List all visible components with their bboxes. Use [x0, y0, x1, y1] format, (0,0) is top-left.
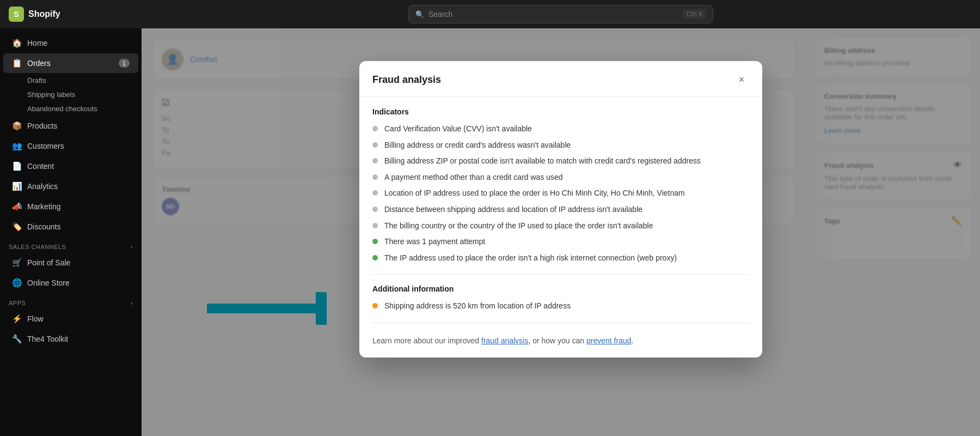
indicator-text-0: Card Verification Value (CVV) isn't avai…: [384, 124, 532, 135]
indicator-text-2: Billing address ZIP or postal code isn't…: [384, 156, 701, 167]
shopify-logo[interactable]: S Shopify: [9, 7, 60, 22]
sidebar-item-customers[interactable]: 👥 Customers: [3, 136, 138, 156]
sidebar-item-marketing-label: Marketing: [27, 202, 60, 211]
sidebar-item-customers-label: Customers: [27, 142, 64, 150]
sidebar-item-analytics-label: Analytics: [27, 182, 58, 191]
additional-info-section: Additional information Shipping address …: [372, 284, 749, 312]
indicator-2: Billing address ZIP or postal code isn't…: [372, 156, 749, 167]
prevent-fraud-link[interactable]: prevent fraud: [586, 336, 632, 345]
modal-close-button[interactable]: ×: [734, 72, 749, 87]
sidebar-item-drafts[interactable]: Drafts: [3, 74, 138, 87]
indicator-dot-2: [372, 158, 378, 164]
modal-header: Fraud analysis ×: [359, 61, 762, 96]
additional-text-0: Shipping address is 520 km from location…: [384, 301, 571, 312]
learn-more-suffix: .: [632, 336, 634, 345]
indicator-dot-4: [372, 190, 378, 196]
content-icon: 📄: [12, 161, 22, 171]
products-icon: 📦: [12, 121, 22, 131]
sidebar-item-shipping-labels[interactable]: Shipping labels: [3, 88, 138, 101]
sidebar-item-orders[interactable]: 📋 Orders 1: [3, 53, 138, 73]
sidebar-item-online-store-label: Online Store: [27, 278, 70, 287]
main-area: 🔍 Search Ctrl K 👤 Comfort ☑ Su Ta: [142, 0, 980, 436]
customers-icon: 👥: [12, 141, 22, 151]
sales-channels-expand-icon[interactable]: ›: [131, 244, 133, 250]
discounts-icon: 🏷️: [12, 222, 22, 232]
search-shortcut: Ctrl K: [683, 9, 706, 19]
sidebar-item-the4-toolkit[interactable]: 🔧 The4 Toolkit: [3, 329, 138, 349]
apps-expand-icon[interactable]: ›: [131, 300, 133, 306]
sidebar-item-analytics[interactable]: 📊 Analytics: [3, 177, 138, 196]
indicator-dot-7: [372, 239, 378, 244]
pos-icon: 🛒: [12, 258, 22, 268]
sidebar-item-orders-label: Orders: [27, 59, 51, 68]
learn-more-prefix: Learn more about our improved: [372, 336, 481, 345]
apps-section: Apps ›: [0, 293, 142, 308]
orders-icon: 📋: [12, 58, 22, 68]
orders-badge: 1: [119, 59, 130, 68]
indicator-text-4: Location of IP address used to place the…: [384, 188, 685, 199]
indicator-dot-6: [372, 223, 378, 228]
section-divider: [372, 274, 749, 275]
learn-more-mid: , or how you can: [528, 336, 586, 345]
indicator-6: The billing country or the country of th…: [372, 221, 749, 232]
sidebar-nav: 🏠 Home 📋 Orders 1 Drafts Shipping labels…: [0, 28, 142, 436]
sidebar-item-abandoned-checkouts[interactable]: Abandoned checkouts: [3, 102, 138, 116]
marketing-icon: 📣: [12, 202, 22, 211]
indicator-dot-8: [372, 255, 378, 261]
sidebar-item-flow[interactable]: ⚡ Flow: [3, 309, 138, 329]
content-area: 👤 Comfort ☑ Su Ta To Pa Timeline: [142, 28, 980, 436]
modal-title: Fraud analysis: [372, 74, 441, 86]
toolkit-icon: 🔧: [12, 334, 22, 344]
sidebar-item-flow-label: Flow: [27, 314, 44, 323]
indicator-text-8: The IP address used to place the order i…: [384, 253, 677, 264]
indicator-1: Billing address or credit card's address…: [372, 140, 749, 151]
modal-body: Indicators Card Verification Value (CVV)…: [359, 96, 762, 358]
sidebar-item-point-of-sale[interactable]: 🛒 Point of Sale: [3, 253, 138, 272]
indicator-3: A payment method other than a credit car…: [372, 172, 749, 183]
analytics-icon: 📊: [12, 181, 22, 191]
sidebar-item-online-store[interactable]: 🌐 Online Store: [3, 273, 138, 293]
indicator-7: There was 1 payment attempt: [372, 237, 749, 247]
sidebar-item-pos-label: Point of Sale: [27, 258, 70, 267]
sidebar-item-products-label: Products: [27, 122, 57, 130]
online-store-icon: 🌐: [12, 278, 22, 288]
sidebar-item-products[interactable]: 📦 Products: [3, 116, 138, 136]
indicator-dot-0: [372, 126, 378, 131]
search-placeholder: Search: [428, 10, 452, 19]
sidebar-item-toolkit-label: The4 Toolkit: [27, 335, 68, 343]
indicator-dot-3: [372, 174, 378, 180]
search-bar[interactable]: 🔍 Search Ctrl K: [408, 5, 713, 23]
indicators-list: Card Verification Value (CVV) isn't avai…: [372, 124, 749, 263]
indicator-dot-1: [372, 142, 378, 148]
additional-section-title: Additional information: [372, 284, 749, 293]
additional-item-0: Shipping address is 520 km from location…: [372, 301, 749, 312]
indicator-text-3: A payment method other than a credit car…: [384, 172, 563, 183]
sidebar-item-content-label: Content: [27, 162, 54, 171]
shopify-bag-icon: S: [9, 7, 24, 22]
indicator-dot-5: [372, 207, 378, 212]
indicator-4: Location of IP address used to place the…: [372, 188, 749, 199]
sidebar-item-discounts[interactable]: 🏷️ Discounts: [3, 217, 138, 237]
search-icon: 🔍: [415, 10, 424, 19]
indicator-8: The IP address used to place the order i…: [372, 253, 749, 264]
indicator-5: Distance between shipping address and lo…: [372, 204, 749, 215]
brand-name: Shopify: [28, 9, 60, 19]
modal-overlay[interactable]: Fraud analysis × Indicators Card Verific…: [142, 28, 980, 436]
fraud-analysis-modal: Fraud analysis × Indicators Card Verific…: [359, 61, 762, 358]
sales-channels-section: Sales channels ›: [0, 237, 142, 252]
sidebar-header: S Shopify: [0, 0, 142, 28]
fraud-analysis-link[interactable]: fraud analysis: [481, 336, 528, 345]
indicators-section-title: Indicators: [372, 107, 749, 116]
learn-more-paragraph: Learn more about our improved fraud anal…: [372, 333, 749, 347]
sidebar-item-marketing[interactable]: 📣 Marketing: [3, 197, 138, 216]
sidebar: S Shopify 🏠 Home 📋 Orders 1 Drafts Shipp…: [0, 0, 142, 436]
sidebar-item-discounts-label: Discounts: [27, 222, 60, 231]
sidebar-item-content[interactable]: 📄 Content: [3, 156, 138, 176]
sidebar-item-home[interactable]: 🏠 Home: [3, 33, 138, 53]
indicator-text-6: The billing country or the country of th…: [384, 221, 653, 232]
additional-dot-0: [372, 303, 378, 308]
home-icon: 🏠: [12, 38, 22, 48]
topbar: 🔍 Search Ctrl K: [142, 0, 980, 28]
indicator-text-7: There was 1 payment attempt: [384, 237, 485, 247]
indicator-text-1: Billing address or credit card's address…: [384, 140, 571, 151]
